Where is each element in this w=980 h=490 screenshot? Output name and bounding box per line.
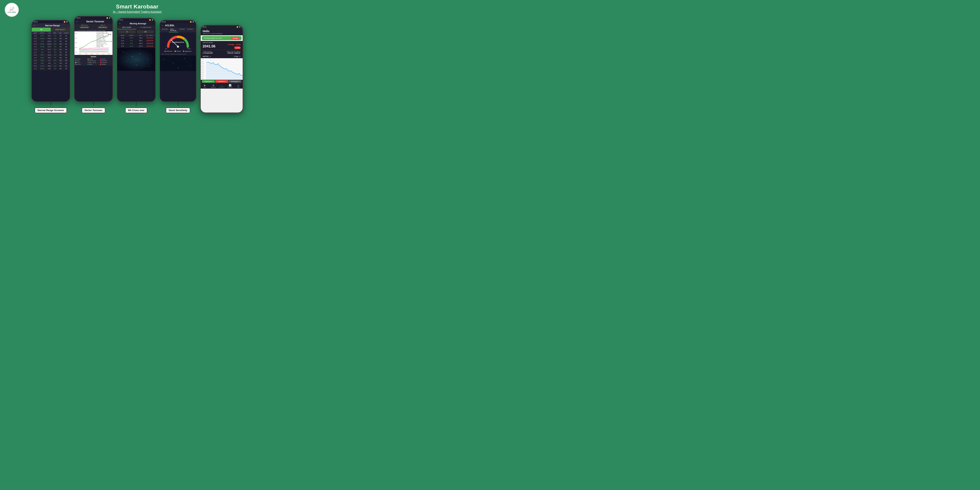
- nav-item-more[interactable]: ≡More: [234, 83, 243, 89]
- cell-scrip: NBF2: [38, 60, 47, 61]
- table-row: 8-16 NCCB 208.0 YES NO NO: [32, 65, 70, 67]
- phone1-back-icon[interactable]: ←: [33, 24, 36, 27]
- table-row: 8-16 NIBSF2 8.05 YES NO NO: [32, 67, 70, 70]
- cell-ltp: 799.0: [47, 57, 52, 59]
- phone4-tab-fundame[interactable]: Fundame...: [186, 28, 195, 32]
- nav-item-live[interactable]: ▶Live: [201, 83, 209, 89]
- cell-nr4: YES: [52, 41, 58, 42]
- table-row: 8-16 NBF2 9.5 YES YES YES: [32, 59, 70, 62]
- svg-point-32: [177, 46, 179, 48]
- phone4-gauge: Sensitivity $2.31: [165, 34, 191, 48]
- phone1-tab-nr[interactable]: NR: [32, 28, 51, 32]
- phone3-table-header: DATE SCRIP ↕ LTP ↕ CR. OVER ↕: [117, 34, 155, 37]
- cell-ltp: 423.0: [47, 35, 52, 37]
- cell-nr7: NO: [58, 65, 64, 67]
- phone3-tab1[interactable]: MA C.OVER: [117, 25, 136, 29]
- sector-item: Investment: [100, 60, 112, 61]
- svg-marker-53: [206, 62, 243, 80]
- cell-date: 8-16: [33, 41, 38, 42]
- phone1-tabs: NR BREAKOUT: [32, 28, 70, 32]
- table-row: 8-16 GBLBS 740.0 YES NO NO: [32, 37, 70, 40]
- cell-scrip: GBLBS: [38, 38, 47, 39]
- cell-date: 8-16: [33, 49, 38, 50]
- phone4-tab-sensitivity[interactable]: Stock Sensitivity: [169, 28, 178, 32]
- phone1-table-header: DATE SCRIP ↕ LTP NR4↑ NR7↑ IN.BAR: [32, 32, 70, 35]
- phone5-nepse-val: 2041.06: [203, 44, 215, 48]
- nav-item-watchlist[interactable]: ⊞Watchlist: [209, 83, 218, 89]
- phone4-gauge-area: Sensitivity $2.31 0.0 100.0 DefensiveNeu…: [160, 32, 196, 53]
- phone3-statusbar: 18:14 📶🔋: [117, 18, 155, 21]
- phone1-table-body: 8-16 BNHC 423.0 YES NO NO 8-16 GBLBS 740…: [32, 35, 70, 70]
- cell-inbar: NO: [63, 57, 69, 59]
- phone4-tab-summary[interactable]: Summary: [161, 28, 169, 32]
- nav-item-summary[interactable]: 📊Summary: [226, 83, 234, 89]
- phone3-tabs: MA C.OVER H-L BAND AGN: [117, 25, 155, 29]
- cell-nr4: YES: [52, 38, 58, 39]
- legend-item: Neutral: [175, 51, 181, 52]
- phone5-yaxis: 2100 2090 2080 2070 2060 2050 2040 2030 …: [201, 59, 204, 79]
- sector-item: Manu. & prod: [88, 62, 99, 63]
- phone1-col-scrip: SCRIP ↕: [38, 32, 47, 34]
- table-row: 8-16 KEF 8.77 YES NO NO: [32, 51, 70, 54]
- svg-point-34: [163, 59, 164, 60]
- cell-scrip: NIBSF2: [38, 68, 47, 69]
- phone3-chart-svg: [117, 48, 155, 71]
- phone3-input1[interactable]: 5: [118, 30, 136, 33]
- svg-text:08-09: 08-09: [79, 54, 81, 54]
- cell-ltp: 8.77: [47, 51, 52, 53]
- phone3-back-icon[interactable]: ←: [119, 22, 121, 25]
- phone2-back-icon[interactable]: ←: [76, 20, 78, 23]
- phone4-back-icon[interactable]: ←: [162, 24, 164, 27]
- phone2-sector-title: Sector: [75, 56, 112, 57]
- phone2-filter: Commercial Banks, Development Banks, Fin…: [75, 29, 113, 31]
- table-row: 8-16 HHL 317.1 YES NO NO: [32, 48, 70, 51]
- phones-container: 18:14 📶🔋 ← Narrow Range NR BREAKOUT: [0, 16, 274, 113]
- phone3-tab2[interactable]: H-L BAND AGN: [136, 25, 155, 29]
- phone1-col-nr4: NR4↑: [52, 32, 58, 34]
- phone1-tab-breakout[interactable]: BREAKOUT: [51, 28, 70, 32]
- cell-nr7: YES: [58, 62, 64, 64]
- svg-text:08-15: 08-15: [102, 54, 105, 54]
- cell-inbar: YES: [63, 60, 69, 61]
- cell-scrip: MPFL: [38, 54, 47, 56]
- cell-status: NEGATIVE: [145, 37, 154, 38]
- table-row: 8-16 GLBSL 1028.0 YES YES NO: [32, 43, 70, 46]
- cell-nr4: YES: [52, 46, 58, 48]
- cell-date: 8-16: [33, 43, 38, 45]
- phone4-tab-dividend[interactable]: Dividend: [178, 28, 186, 32]
- cell-inbar: NO: [63, 41, 69, 42]
- cell-inbar: NO: [63, 65, 69, 67]
- cell-nr4: YES: [52, 35, 58, 37]
- phone5-line-chart: [206, 58, 243, 80]
- cell-status: NEGATIVE: [145, 43, 154, 44]
- sector-item: Hydro Power: [88, 60, 99, 61]
- phone1-icons: 📶🔋: [64, 21, 68, 23]
- cell-ltp: 1303.4: [47, 41, 52, 42]
- svg-text:20%: 20%: [75, 47, 77, 48]
- phone1-wrapper: 18:14 📶🔋 ← Narrow Range NR BREAKOUT: [31, 20, 70, 113]
- cell-date: 8-16: [33, 35, 38, 37]
- cell-inbar: NO: [63, 43, 69, 45]
- sector-item: Finance: [100, 59, 112, 60]
- legend-item: Defensive: [164, 51, 172, 52]
- phone3-input2[interactable]: 20: [137, 30, 154, 33]
- cell-nr4: YES: [52, 43, 58, 45]
- cell-scrip: BNHC: [38, 35, 47, 37]
- phone2-time: 18:15: [76, 17, 80, 19]
- cell-ltp: 1227.0: [136, 46, 145, 47]
- phone5-screen: Hello Welcome to Smart Karobaar Tuesday,…: [201, 29, 243, 111]
- sector-item: Tradings: [100, 64, 112, 65]
- table-row: 8-16 NABIL 799.0 YES YES NO: [32, 56, 70, 59]
- phone5-unchanged: Unchanged: 0: [229, 80, 242, 83]
- cell-date: 8-16: [33, 46, 38, 48]
- phone5-period-select[interactable]: 1 Day ▼: [234, 56, 241, 57]
- svg-point-17: [123, 51, 123, 52]
- phone5-nepse-select[interactable]: NEPSE ▼: [203, 56, 211, 57]
- logo-text: Smart कारोबार: [8, 11, 16, 13]
- cell-scrip: GLBSL: [38, 43, 47, 45]
- phone5-chart-area: 2100 2090 2080 2070 2060 2050 2040 2030 …: [201, 58, 243, 80]
- phone1-label: Narrow Range Screener: [35, 108, 67, 113]
- app-logo: 📈 Smart कारोबार: [5, 3, 19, 17]
- nav-item-dashboard[interactable]: ⌂Dashboard: [218, 83, 226, 89]
- phone5-chart-header: NEPSE ▼ 1 Day ▼: [201, 55, 243, 58]
